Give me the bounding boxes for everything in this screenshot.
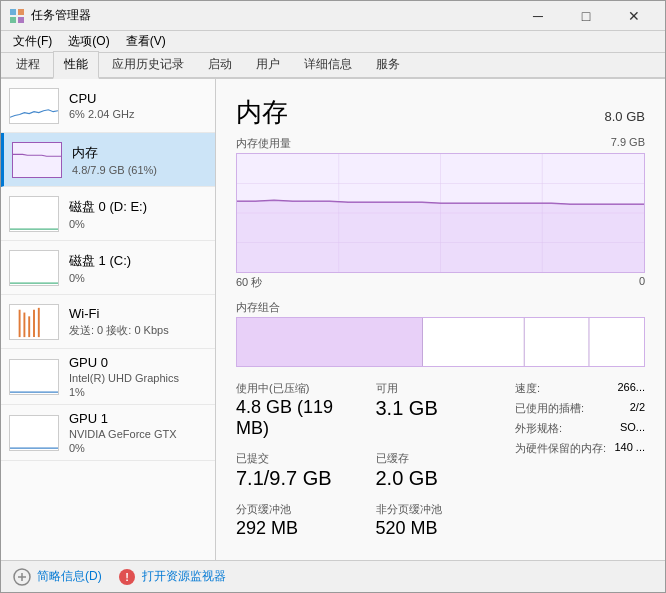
tab-startup[interactable]: 启动 <box>197 51 243 77</box>
hardware-label: 为硬件保留的内存: <box>515 441 606 456</box>
title-icon <box>9 8 25 24</box>
cpu-mini-chart <box>9 88 59 124</box>
summary-button[interactable]: 简略信息(D) <box>13 568 102 586</box>
chart-time-labels: 60 秒 0 <box>236 275 645 290</box>
stat-committed: 已提交 7.1/9.7 GB <box>236 451 356 490</box>
sidebar-item-gpu0[interactable]: GPU 0 Intel(R) UHD Graphics 1% <box>1 349 215 405</box>
slots-label: 已使用的插槽: <box>515 401 584 416</box>
sidebar: CPU 6% 2.04 GHz 内存 4.8/7.9 GB (61%) <box>1 79 216 560</box>
stat-in-use-value: 4.8 GB (119 MB) <box>236 397 356 439</box>
tab-performance[interactable]: 性能 <box>53 51 99 79</box>
gpu1-detail2: 0% <box>69 442 207 454</box>
sidebar-item-cpu[interactable]: CPU 6% 2.04 GHz <box>1 79 215 133</box>
gpu1-mini-chart <box>9 415 59 451</box>
svg-rect-0 <box>10 9 16 15</box>
wifi-info: Wi-Fi 发送: 0 接收: 0 Kbps <box>69 306 207 338</box>
speed-label: 速度: <box>515 381 540 396</box>
wifi-name: Wi-Fi <box>69 306 207 321</box>
disk0-info: 磁盘 0 (D: E:) 0% <box>69 198 207 230</box>
tab-processes[interactable]: 进程 <box>5 51 51 77</box>
stat-cached-label: 已缓存 <box>376 451 496 466</box>
main-header: 内存 8.0 GB <box>236 95 645 130</box>
footer: 简略信息(D) ! 打开资源监视器 <box>1 560 665 592</box>
form-label: 外形规格: <box>515 421 562 436</box>
sidebar-item-memory[interactable]: 内存 4.8/7.9 GB (61%) <box>1 133 215 187</box>
speed-value: 266... <box>617 381 645 396</box>
disk1-mini-chart <box>9 250 59 286</box>
svg-rect-3 <box>18 17 24 23</box>
tab-app-history[interactable]: 应用历史记录 <box>101 51 195 77</box>
disk1-info: 磁盘 1 (C:) 0% <box>69 252 207 284</box>
usage-max-text: 7.9 GB <box>611 136 645 151</box>
usage-chart-section: 内存使用量 7.9 GB <box>236 136 645 290</box>
svg-marker-16 <box>237 200 644 272</box>
stat-in-use-label: 使用中(已压缩) <box>236 381 356 396</box>
stat-nonpaged-value: 520 MB <box>376 518 496 539</box>
gpu1-name: GPU 1 <box>69 411 207 426</box>
stat-available: 可用 3.1 GB <box>376 381 496 439</box>
gpu0-detail1: Intel(R) UHD Graphics <box>69 372 207 384</box>
summary-icon <box>13 568 31 586</box>
disk0-name: 磁盘 0 (D: E:) <box>69 198 207 216</box>
window-controls: ─ □ ✕ <box>515 1 657 31</box>
main-total: 8.0 GB <box>605 109 645 124</box>
content-area: CPU 6% 2.04 GHz 内存 4.8/7.9 GB (61%) <box>1 79 665 560</box>
svg-text:!: ! <box>125 571 129 583</box>
memory-info: 内存 4.8/7.9 GB (61%) <box>72 144 207 176</box>
menu-bar: 文件(F) 选项(O) 查看(V) <box>1 31 665 53</box>
memory-mini-chart <box>12 142 62 178</box>
gpu0-info: GPU 0 Intel(R) UHD Graphics 1% <box>69 355 207 398</box>
tab-users[interactable]: 用户 <box>245 51 291 77</box>
usage-chart-label: 内存使用量 7.9 GB <box>236 136 645 151</box>
svg-rect-20 <box>589 318 590 366</box>
stat-paged-value: 292 MB <box>236 518 356 539</box>
disk0-mini-chart <box>9 196 59 232</box>
maximize-button[interactable]: □ <box>563 1 609 31</box>
usage-label-text: 内存使用量 <box>236 136 291 151</box>
main-title: 内存 <box>236 95 288 130</box>
menu-file[interactable]: 文件(F) <box>5 31 60 52</box>
title-bar: 任务管理器 ─ □ ✕ <box>1 1 665 31</box>
cpu-name: CPU <box>69 91 207 106</box>
stat-nonpaged-label: 非分页缓冲池 <box>376 502 496 517</box>
gpu0-detail2: 1% <box>69 386 207 398</box>
menu-view[interactable]: 查看(V) <box>118 31 174 52</box>
resource-monitor-button[interactable]: ! 打开资源监视器 <box>118 568 226 586</box>
stat-committed-value: 7.1/9.7 GB <box>236 467 356 490</box>
tab-services[interactable]: 服务 <box>365 51 411 77</box>
hardware-value: 140 ... <box>614 441 645 456</box>
tabs-bar: 进程 性能 应用历史记录 启动 用户 详细信息 服务 <box>1 53 665 79</box>
main-panel: 内存 8.0 GB 内存使用量 7.9 GB <box>216 79 665 560</box>
sidebar-item-gpu1[interactable]: GPU 1 NVIDIA GeForce GTX 0% <box>1 405 215 461</box>
stats-left: 使用中(已压缩) 4.8 GB (119 MB) 可用 3.1 GB 已提交 7… <box>236 381 495 539</box>
close-button[interactable]: ✕ <box>611 1 657 31</box>
gpu0-mini-chart <box>9 359 59 395</box>
memory-detail: 4.8/7.9 GB (61%) <box>72 164 207 176</box>
composition-section: 内存组合 <box>236 300 645 367</box>
cpu-info: CPU 6% 2.04 GHz <box>69 91 207 120</box>
stat-in-use: 使用中(已压缩) 4.8 GB (119 MB) <box>236 381 356 439</box>
sidebar-item-disk0[interactable]: 磁盘 0 (D: E:) 0% <box>1 187 215 241</box>
menu-options[interactable]: 选项(O) <box>60 31 117 52</box>
svg-rect-19 <box>524 318 525 366</box>
stats-right: 速度: 266... 已使用的插槽: 2/2 外形规格: SO... 为硬件保留… <box>515 381 645 539</box>
sidebar-item-disk1[interactable]: 磁盘 1 (C:) 0% <box>1 241 215 295</box>
wifi-mini-chart <box>9 304 59 340</box>
svg-rect-18 <box>422 318 423 366</box>
summary-label: 简略信息(D) <box>37 568 102 585</box>
tab-details[interactable]: 详细信息 <box>293 51 363 77</box>
disk1-name: 磁盘 1 (C:) <box>69 252 207 270</box>
stat-available-value: 3.1 GB <box>376 397 496 420</box>
resource-icon: ! <box>118 568 136 586</box>
slots-value: 2/2 <box>630 401 645 416</box>
form-value: SO... <box>620 421 645 436</box>
composition-chart <box>236 317 645 367</box>
sidebar-item-wifi[interactable]: Wi-Fi 发送: 0 接收: 0 Kbps <box>1 295 215 349</box>
wifi-detail: 发送: 0 接收: 0 Kbps <box>69 323 207 338</box>
task-manager-window: 任务管理器 ─ □ ✕ 文件(F) 选项(O) 查看(V) 进程 性能 应用历史… <box>0 0 666 593</box>
time-end: 0 <box>639 275 645 290</box>
minimize-button[interactable]: ─ <box>515 1 561 31</box>
stat-available-label: 可用 <box>376 381 496 396</box>
svg-rect-2 <box>10 17 16 23</box>
composition-label: 内存组合 <box>236 300 645 315</box>
